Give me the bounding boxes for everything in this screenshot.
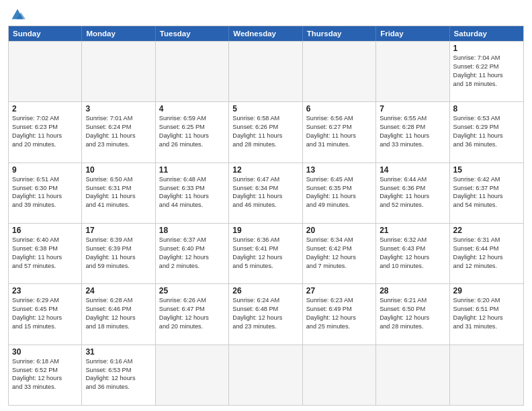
cal-cell (303, 345, 376, 405)
day-info: Sunrise: 6:59 AM Sunset: 6:25 PM Dayligh… (159, 114, 225, 149)
day-number: 12 (232, 165, 298, 175)
day-number: 18 (159, 226, 225, 235)
logo-icon (8, 7, 27, 21)
cal-cell (82, 42, 155, 101)
cal-cell: 1Sunrise: 7:04 AM Sunset: 6:22 PM Daylig… (450, 42, 523, 101)
cal-cell: 11Sunrise: 6:48 AM Sunset: 6:33 PM Dayli… (156, 163, 229, 223)
cal-cell: 25Sunrise: 6:26 AM Sunset: 6:47 PM Dayli… (156, 284, 229, 344)
day-number: 10 (85, 165, 151, 175)
cal-cell: 15Sunrise: 6:42 AM Sunset: 6:37 PM Dayli… (450, 163, 523, 223)
cal-cell: 9Sunrise: 6:51 AM Sunset: 6:30 PM Daylig… (9, 163, 82, 223)
cal-cell: 4Sunrise: 6:59 AM Sunset: 6:25 PM Daylig… (156, 102, 229, 162)
day-info: Sunrise: 6:44 AM Sunset: 6:36 PM Dayligh… (380, 175, 445, 210)
cal-cell: 16Sunrise: 6:40 AM Sunset: 6:38 PM Dayli… (9, 224, 82, 283)
cal-cell (376, 42, 449, 101)
cal-cell: 31Sunrise: 6:16 AM Sunset: 6:53 PM Dayli… (82, 345, 155, 405)
day-number: 28 (380, 286, 445, 295)
day-number: 23 (12, 286, 78, 295)
day-info: Sunrise: 6:42 AM Sunset: 6:37 PM Dayligh… (453, 175, 520, 210)
day-number: 31 (85, 347, 151, 357)
day-info: Sunrise: 6:21 AM Sunset: 6:50 PM Dayligh… (380, 296, 445, 331)
cal-cell: 17Sunrise: 6:39 AM Sunset: 6:39 PM Dayli… (82, 224, 155, 283)
cal-cell: 6Sunrise: 6:56 AM Sunset: 6:27 PM Daylig… (303, 102, 376, 162)
cal-cell: 24Sunrise: 6:28 AM Sunset: 6:46 PM Dayli… (82, 284, 155, 344)
day-number: 9 (12, 165, 78, 175)
day-number: 27 (306, 286, 372, 295)
day-number: 26 (232, 286, 298, 295)
day-number: 3 (85, 104, 151, 113)
cal-cell: 20Sunrise: 6:34 AM Sunset: 6:42 PM Dayli… (303, 224, 376, 283)
header-day-monday: Monday (82, 26, 155, 41)
day-number: 2 (12, 104, 78, 113)
calendar: SundayMondayTuesdayWednesdayThursdayFrid… (8, 26, 524, 406)
day-info: Sunrise: 7:04 AM Sunset: 6:22 PM Dayligh… (453, 54, 520, 89)
cal-cell (376, 345, 449, 405)
cal-cell (450, 345, 523, 405)
cal-cell: 30Sunrise: 6:18 AM Sunset: 6:52 PM Dayli… (9, 345, 82, 405)
calendar-row-1: 2Sunrise: 7:02 AM Sunset: 6:23 PM Daylig… (9, 101, 523, 162)
day-number: 30 (12, 347, 78, 357)
day-number: 7 (380, 104, 445, 113)
day-info: Sunrise: 6:36 AM Sunset: 6:41 PM Dayligh… (232, 236, 298, 271)
cal-cell: 10Sunrise: 6:50 AM Sunset: 6:31 PM Dayli… (82, 163, 155, 223)
day-info: Sunrise: 6:23 AM Sunset: 6:49 PM Dayligh… (306, 296, 372, 331)
cal-cell: 19Sunrise: 6:36 AM Sunset: 6:41 PM Dayli… (229, 224, 302, 283)
cal-cell: 21Sunrise: 6:32 AM Sunset: 6:43 PM Dayli… (376, 224, 449, 283)
cal-cell: 28Sunrise: 6:21 AM Sunset: 6:50 PM Dayli… (376, 284, 449, 344)
cal-cell (156, 345, 229, 405)
cal-cell (303, 42, 376, 101)
cal-cell (156, 42, 229, 101)
day-number: 13 (306, 165, 372, 175)
day-info: Sunrise: 6:34 AM Sunset: 6:42 PM Dayligh… (306, 236, 372, 271)
header-day-thursday: Thursday (303, 26, 376, 41)
logo (8, 7, 30, 21)
day-info: Sunrise: 6:37 AM Sunset: 6:40 PM Dayligh… (159, 236, 225, 271)
day-number: 29 (453, 286, 520, 295)
day-info: Sunrise: 6:26 AM Sunset: 6:47 PM Dayligh… (159, 296, 225, 331)
day-number: 21 (380, 226, 445, 235)
cal-cell: 7Sunrise: 6:55 AM Sunset: 6:28 PM Daylig… (376, 102, 449, 162)
header-day-wednesday: Wednesday (229, 26, 302, 41)
cal-cell: 27Sunrise: 6:23 AM Sunset: 6:49 PM Dayli… (303, 284, 376, 344)
calendar-row-4: 23Sunrise: 6:29 AM Sunset: 6:45 PM Dayli… (9, 283, 523, 344)
cal-cell (9, 42, 82, 101)
cal-cell: 8Sunrise: 6:53 AM Sunset: 6:29 PM Daylig… (450, 102, 523, 162)
day-info: Sunrise: 6:47 AM Sunset: 6:34 PM Dayligh… (232, 175, 298, 210)
day-number: 22 (453, 226, 520, 235)
day-info: Sunrise: 7:01 AM Sunset: 6:24 PM Dayligh… (85, 114, 151, 149)
day-number: 15 (453, 165, 520, 175)
cal-cell: 26Sunrise: 6:24 AM Sunset: 6:48 PM Dayli… (229, 284, 302, 344)
day-info: Sunrise: 6:45 AM Sunset: 6:35 PM Dayligh… (306, 175, 372, 210)
day-info: Sunrise: 6:32 AM Sunset: 6:43 PM Dayligh… (380, 236, 445, 271)
calendar-row-5: 30Sunrise: 6:18 AM Sunset: 6:52 PM Dayli… (9, 345, 523, 405)
header (8, 7, 524, 21)
cal-cell: 12Sunrise: 6:47 AM Sunset: 6:34 PM Dayli… (229, 163, 302, 223)
calendar-body: 1Sunrise: 7:04 AM Sunset: 6:22 PM Daylig… (9, 41, 523, 405)
day-info: Sunrise: 6:53 AM Sunset: 6:29 PM Dayligh… (453, 114, 520, 149)
calendar-row-0: 1Sunrise: 7:04 AM Sunset: 6:22 PM Daylig… (9, 41, 523, 101)
cal-cell (229, 42, 302, 101)
day-info: Sunrise: 6:48 AM Sunset: 6:33 PM Dayligh… (159, 175, 225, 210)
day-number: 5 (232, 104, 298, 113)
day-number: 17 (85, 226, 151, 235)
cal-cell (229, 345, 302, 405)
day-info: Sunrise: 6:58 AM Sunset: 6:26 PM Dayligh… (232, 114, 298, 149)
cal-cell: 5Sunrise: 6:58 AM Sunset: 6:26 PM Daylig… (229, 102, 302, 162)
header-day-sunday: Sunday (9, 26, 82, 41)
day-info: Sunrise: 6:16 AM Sunset: 6:53 PM Dayligh… (85, 357, 151, 392)
day-number: 8 (453, 104, 520, 113)
header-day-tuesday: Tuesday (156, 26, 229, 41)
day-info: Sunrise: 6:40 AM Sunset: 6:38 PM Dayligh… (12, 236, 78, 271)
day-info: Sunrise: 6:56 AM Sunset: 6:27 PM Dayligh… (306, 114, 372, 149)
day-number: 11 (159, 165, 225, 175)
day-info: Sunrise: 6:55 AM Sunset: 6:28 PM Dayligh… (380, 114, 445, 149)
cal-cell: 2Sunrise: 7:02 AM Sunset: 6:23 PM Daylig… (9, 102, 82, 162)
day-info: Sunrise: 6:18 AM Sunset: 6:52 PM Dayligh… (12, 357, 78, 392)
day-info: Sunrise: 7:02 AM Sunset: 6:23 PM Dayligh… (12, 114, 78, 149)
cal-cell: 23Sunrise: 6:29 AM Sunset: 6:45 PM Dayli… (9, 284, 82, 344)
day-number: 25 (159, 286, 225, 295)
calendar-row-3: 16Sunrise: 6:40 AM Sunset: 6:38 PM Dayli… (9, 223, 523, 283)
page: SundayMondayTuesdayWednesdayThursdayFrid… (0, 0, 532, 411)
cal-cell: 18Sunrise: 6:37 AM Sunset: 6:40 PM Dayli… (156, 224, 229, 283)
cal-cell: 13Sunrise: 6:45 AM Sunset: 6:35 PM Dayli… (303, 163, 376, 223)
